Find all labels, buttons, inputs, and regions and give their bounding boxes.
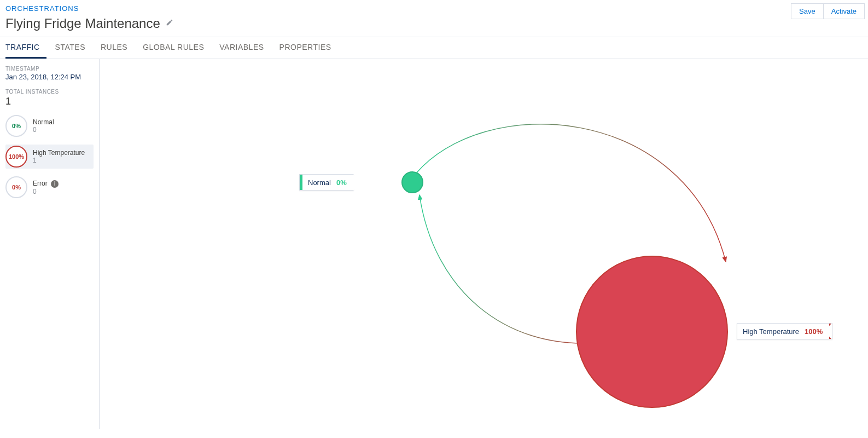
tab-properties[interactable]: PROPERTIES	[279, 37, 338, 59]
tab-bar: TRAFFIC STATES RULES GLOBAL RULES VARIAB…	[0, 37, 868, 59]
save-button[interactable]: Save	[791, 3, 824, 19]
tab-states[interactable]: STATES	[55, 37, 92, 59]
tab-rules[interactable]: RULES	[101, 37, 134, 59]
high-name: High Temperature	[33, 149, 85, 157]
normal-count: 0	[33, 126, 54, 134]
edge-normal-to-high	[414, 124, 726, 262]
error-name: Error i	[33, 180, 59, 188]
traffic-canvas[interactable]: Normal 0% 100% High Temperature	[100, 59, 868, 429]
total-instances-label: TOTAL INSTANCES	[5, 89, 94, 95]
edit-icon[interactable]	[166, 19, 173, 28]
normal-name: Normal	[33, 118, 54, 126]
node-high-temperature[interactable]	[576, 256, 727, 407]
breadcrumb-orchestrations[interactable]: ORCHESTRATIONS	[5, 4, 173, 13]
error-pct-badge: 0%	[5, 176, 27, 198]
normal-pct-badge: 0%	[5, 115, 27, 137]
page-title: Flying Fridge Maintenance	[5, 16, 160, 31]
node-label-high-temperature[interactable]: 100% High Temperature	[737, 323, 832, 339]
tab-variables[interactable]: VARIABLES	[219, 37, 270, 59]
total-instances-value: 1	[5, 96, 94, 107]
tab-traffic[interactable]: TRAFFIC	[5, 37, 46, 59]
error-count: 0	[33, 188, 59, 195]
info-icon[interactable]: i	[51, 180, 59, 188]
tab-global-rules[interactable]: GLOBAL RULES	[143, 37, 211, 59]
high-node-label: High Temperature	[737, 327, 805, 336]
timestamp-value: Jan 23, 2018, 12:24 PM	[5, 73, 94, 81]
timestamp-label: TIMESTAMP	[5, 66, 94, 72]
normal-node-pct: 0%	[336, 178, 353, 187]
sidebar: TIMESTAMP Jan 23, 2018, 12:24 PM TOTAL I…	[0, 59, 100, 429]
normal-node-label: Normal	[302, 178, 336, 187]
sidebar-state-high-temperature[interactable]: 100% High Temperature 1	[5, 145, 94, 169]
node-label-normal[interactable]: Normal 0%	[299, 174, 354, 191]
sidebar-state-error[interactable]: 0% Error i 0	[5, 176, 94, 198]
edge-high-to-normal	[420, 195, 596, 343]
state-diagram-svg	[100, 59, 865, 431]
high-count: 1	[33, 157, 85, 164]
high-pct-badge: 100%	[5, 146, 27, 168]
node-normal[interactable]	[402, 172, 423, 193]
activate-button[interactable]: Activate	[824, 3, 865, 19]
sidebar-state-normal[interactable]: 0% Normal 0	[5, 115, 94, 137]
